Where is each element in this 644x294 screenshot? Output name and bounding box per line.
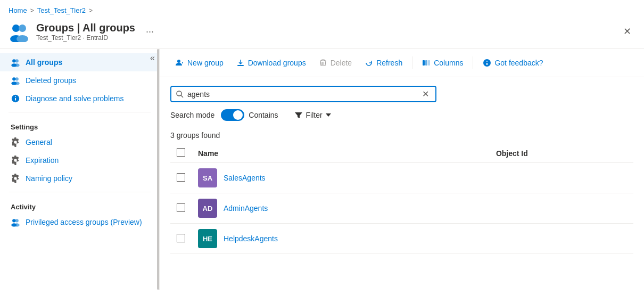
group-name-link[interactable]: AdminAgents <box>224 204 268 213</box>
table-row: SA SalesAgents <box>170 163 633 193</box>
svg-point-13 <box>15 219 19 222</box>
row-checkbox[interactable] <box>177 203 185 212</box>
toggle-contains-label: Contains <box>249 111 278 119</box>
privileged-access-icon <box>11 217 20 227</box>
breadcrumb-tier[interactable]: Test_Test_Tier2 <box>37 6 86 14</box>
breadcrumb: Home > Test_Test_Tier2 > <box>0 0 644 19</box>
sidebar-divider-1 <box>9 112 151 112</box>
row-checkbox-cell <box>170 193 192 224</box>
search-area: ✕ Search mode Contains Filter <box>160 77 644 127</box>
toggle-thumb <box>233 110 243 120</box>
header-checkbox[interactable] <box>177 148 185 157</box>
new-group-button[interactable]: New group <box>170 55 229 70</box>
sidebar-item-naming-policy-label: Naming policy <box>26 174 72 183</box>
page-title: Groups | All groups <box>36 22 135 34</box>
group-avatar: HE <box>198 229 217 248</box>
more-options-button[interactable]: ··· <box>142 24 158 39</box>
results-count: 3 groups found <box>160 127 644 144</box>
delete-icon <box>319 59 327 67</box>
clear-search-button[interactable]: ✕ <box>420 89 431 99</box>
sidebar-divider-2 <box>9 192 151 192</box>
feedback-icon <box>483 59 491 67</box>
group-row: HE HelpdeskAgents <box>198 229 483 248</box>
group-avatar: SA <box>198 168 217 187</box>
row-object-id <box>490 163 633 193</box>
got-feedback-label: Got feedback? <box>494 59 543 67</box>
deleted-groups-icon <box>11 76 20 85</box>
table-header-row: Name Object Id <box>170 144 633 163</box>
row-name-cell: SA SalesAgents <box>192 163 490 193</box>
svg-point-5 <box>15 59 19 62</box>
sidebar-item-expiration[interactable]: Expiration <box>0 151 159 169</box>
download-icon <box>236 59 245 67</box>
all-groups-icon <box>11 58 20 67</box>
group-name-link[interactable]: HelpdeskAgents <box>224 234 278 243</box>
toggle-track <box>221 109 244 121</box>
main-content: New group Download groups Delete <box>160 49 644 290</box>
naming-policy-gear-icon <box>11 174 20 183</box>
row-checkbox[interactable] <box>177 234 185 242</box>
columns-label: Columns <box>434 59 463 67</box>
delete-button[interactable]: Delete <box>313 55 357 70</box>
filter-chevron-icon <box>326 113 331 117</box>
breadcrumb-sep1: > <box>30 7 34 14</box>
columns-icon <box>422 59 431 67</box>
diagnose-icon <box>11 94 20 103</box>
refresh-icon <box>365 59 373 67</box>
svg-point-8 <box>12 77 15 80</box>
sidebar-item-deleted-groups-label: Deleted groups <box>26 76 76 85</box>
header-subtitle: Test_Test_Tier2 · EntraID <box>36 34 135 42</box>
row-checkbox[interactable] <box>177 173 185 182</box>
download-groups-label: Download groups <box>248 59 306 67</box>
search-input[interactable] <box>187 90 420 99</box>
refresh-button[interactable]: Refresh <box>359 55 408 70</box>
groups-icon <box>9 21 30 42</box>
close-button[interactable]: ✕ <box>619 23 635 39</box>
toolbar-separator <box>412 56 412 69</box>
search-mode-toggle[interactable]: Contains <box>221 109 278 121</box>
header-object-id: Object Id <box>490 144 633 163</box>
sidebar-scrollbar[interactable] <box>157 49 159 290</box>
general-gear-icon <box>11 137 20 147</box>
search-icon <box>176 90 184 99</box>
new-group-icon <box>176 59 184 67</box>
filter-button[interactable]: Filter <box>289 108 336 123</box>
sidebar-item-diagnose-label: Diagnose and solve problems <box>26 94 123 103</box>
page-header: Groups | All groups Test_Test_Tier2 · En… <box>0 19 644 49</box>
svg-point-0 <box>12 24 20 32</box>
group-avatar: AD <box>198 199 217 218</box>
columns-button[interactable]: Columns <box>417 55 468 70</box>
sidebar-item-privileged-access-label: Privileged access groups (Preview) <box>26 218 142 226</box>
svg-point-9 <box>15 77 19 80</box>
got-feedback-button[interactable]: Got feedback? <box>477 55 548 70</box>
svg-rect-19 <box>425 60 427 66</box>
search-mode-label: Search mode <box>170 111 214 119</box>
svg-point-11 <box>14 81 20 85</box>
sidebar-item-all-groups[interactable]: All groups <box>0 53 159 71</box>
group-name-link[interactable]: SalesAgents <box>224 174 266 182</box>
row-checkbox-cell <box>170 163 192 193</box>
sidebar-item-deleted-groups[interactable]: Deleted groups <box>0 71 159 89</box>
svg-point-4 <box>12 59 15 62</box>
new-group-label: New group <box>187 59 224 67</box>
layout: « All groups Delete <box>0 49 644 290</box>
table-row: AD AdminAgents <box>170 193 633 224</box>
breadcrumb-home[interactable]: Home <box>9 6 27 14</box>
svg-point-7 <box>14 63 20 67</box>
sidebar-item-privileged-access[interactable]: Privileged access groups (Preview) <box>0 213 159 231</box>
group-row: AD AdminAgents <box>198 199 483 218</box>
download-groups-button[interactable]: Download groups <box>231 55 311 70</box>
groups-table: Name Object Id SA SalesAgents AD AdminAg <box>170 144 633 254</box>
table-row: HE HelpdeskAgents <box>170 224 633 254</box>
breadcrumb-sep2: > <box>89 7 93 14</box>
sidebar-item-diagnose[interactable]: Diagnose and solve problems <box>0 89 159 108</box>
svg-rect-18 <box>423 60 425 66</box>
filter-icon <box>294 111 303 119</box>
sidebar-item-general[interactable]: General <box>0 133 159 151</box>
sidebar-nav: All groups Deleted groups Diagnose and s… <box>0 49 159 235</box>
settings-section-title: Settings <box>0 117 159 133</box>
header-title-group: Groups | All groups Test_Test_Tier2 · En… <box>36 22 135 42</box>
delete-label: Delete <box>331 59 352 67</box>
sidebar-item-naming-policy[interactable]: Naming policy <box>0 169 159 187</box>
sidebar-collapse-button[interactable]: « <box>150 53 155 63</box>
